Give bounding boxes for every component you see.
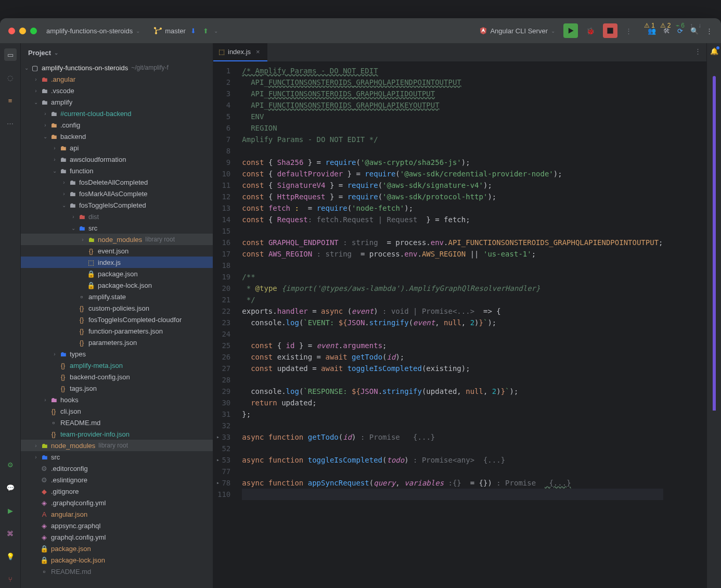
push-icon[interactable]: ⬆ bbox=[201, 26, 211, 35]
tree-node[interactable]: 🔒package-lock.json bbox=[21, 554, 213, 566]
tab-overflow-icon[interactable]: ⋮ bbox=[694, 47, 701, 55]
run-button[interactable] bbox=[563, 23, 578, 38]
tree-node[interactable]: ›🖿fosDeleteAllCompleted bbox=[21, 176, 213, 188]
tree-node[interactable]: ⌄🖿fosToggleIsCompleted bbox=[21, 199, 213, 211]
settings-gear-icon[interactable]: ⚙ bbox=[4, 458, 17, 471]
tree-node[interactable]: {}parameters.json bbox=[21, 337, 213, 348]
tree-node[interactable]: ▫amplify.state bbox=[21, 291, 213, 302]
tree-node[interactable]: ⌄🖿src bbox=[21, 222, 213, 234]
maximize-window[interactable] bbox=[30, 28, 37, 34]
more-icon[interactable]: ⋮ bbox=[624, 26, 633, 35]
update-icon[interactable]: ⬇ bbox=[189, 26, 198, 35]
project-name: amplify-functions-on-steroids bbox=[46, 27, 133, 35]
sidebar-title: Project bbox=[28, 49, 51, 57]
bulb-icon[interactable]: 💡 bbox=[4, 550, 17, 563]
tree-node[interactable]: 🔒package-lock.json bbox=[21, 279, 213, 291]
tree-node[interactable]: 🔒package.json bbox=[21, 268, 213, 279]
right-rail: 🔔 bbox=[706, 43, 721, 588]
tree-node[interactable]: ⬚index.js bbox=[21, 257, 213, 268]
tree-node[interactable]: ›🖿node_moduleslibrary root bbox=[21, 440, 213, 451]
chevron-down-icon: ⌄ bbox=[214, 28, 218, 34]
tree-node[interactable]: ◈appsync.graphql bbox=[21, 520, 213, 531]
tree-node[interactable]: {}team-provider-info.json bbox=[21, 428, 213, 440]
tree-node[interactable]: {}tags.json bbox=[21, 382, 213, 394]
tree-node[interactable]: 🔒package.json bbox=[21, 543, 213, 554]
code-content[interactable]: /* Amplify Params - DO NOT EDIT API_FUNC… bbox=[238, 62, 667, 588]
main-body: ▭ ◌ ≡ ⋯ ⚙ 💬 ▶ ⌘ 💡 ⑂ Project ⌄ ⌄▢amplify-… bbox=[0, 43, 721, 588]
close-window[interactable] bbox=[8, 28, 15, 34]
git-branch[interactable]: master ⬇ ⬆ ⌄ bbox=[153, 26, 218, 35]
editor-tab[interactable]: ⬚ index.js × bbox=[213, 43, 267, 61]
run-configuration[interactable]: Angular CLI Server ⌄ bbox=[480, 27, 555, 35]
left-rail: ▭ ◌ ≡ ⋯ ⚙ 💬 ▶ ⌘ 💡 ⑂ bbox=[0, 43, 21, 588]
tree-node[interactable]: ⚙.editorconfig bbox=[21, 463, 213, 474]
chevron-down-icon: ⌄ bbox=[54, 50, 58, 56]
tree-node[interactable]: ›🖿.config bbox=[21, 119, 213, 131]
tree-node[interactable]: {}cli.json bbox=[21, 405, 213, 417]
tree-node[interactable]: ⌄▢amplify-functions-on-steroids~/git/amp… bbox=[21, 62, 213, 73]
editor-tabs: ⬚ index.js × ⋮ bbox=[213, 43, 706, 62]
tree-node[interactable]: ›🖿.angular bbox=[21, 73, 213, 85]
tree-node[interactable]: {}custom-policies.json bbox=[21, 302, 213, 314]
tree-node[interactable]: ›🖿.vscode bbox=[21, 85, 213, 96]
tree-node[interactable]: ◈.graphqlconfig.yml bbox=[21, 497, 213, 508]
tree-node[interactable]: ›🖿src bbox=[21, 451, 213, 463]
svg-rect-0 bbox=[607, 28, 613, 33]
tree-node[interactable]: ◆.gitignore bbox=[21, 485, 213, 497]
commit-tool-icon[interactable]: ◌ bbox=[4, 71, 17, 84]
structure-tool-icon[interactable]: ≡ bbox=[4, 94, 17, 107]
project-dropdown[interactable]: amplify-functions-on-steroids ⌄ bbox=[43, 25, 143, 37]
tree-node[interactable]: {}amplify-meta.json bbox=[21, 360, 213, 371]
project-sidebar: Project ⌄ ⌄▢amplify-functions-on-steroid… bbox=[21, 43, 213, 588]
branch-name: master bbox=[165, 27, 186, 35]
tree-node[interactable]: ›🖿node_moduleslibrary root bbox=[21, 234, 213, 245]
settings-icon[interactable]: ⋮ bbox=[706, 27, 713, 35]
tree-node[interactable]: {}backend-config.json bbox=[21, 371, 213, 382]
tree-node[interactable]: ◈graphql.config.yml bbox=[21, 531, 213, 543]
notifications-icon[interactable]: 🔔 bbox=[710, 47, 718, 55]
sidebar-header[interactable]: Project ⌄ bbox=[21, 43, 213, 62]
tree-node[interactable]: {}event.json bbox=[21, 245, 213, 257]
tree-node[interactable]: ›🖿types bbox=[21, 348, 213, 360]
app-window: amplify-functions-on-steroids ⌄ master ⬇… bbox=[0, 18, 721, 588]
vcs-icon[interactable]: ⑂ bbox=[4, 573, 17, 585]
tree-node[interactable]: ⌄🖿backend bbox=[21, 131, 213, 142]
tree-node[interactable]: ›🖿#current-cloud-backend bbox=[21, 108, 213, 119]
traffic-lights bbox=[8, 28, 37, 34]
tab-name: index.js bbox=[228, 48, 251, 56]
titlebar: amplify-functions-on-steroids ⌄ master ⬇… bbox=[0, 18, 721, 43]
scrollbar-minimap[interactable] bbox=[713, 76, 716, 588]
tree-node[interactable]: {}function-parameters.json bbox=[21, 325, 213, 337]
debug-button[interactable]: 🐞 bbox=[586, 27, 595, 35]
angular-icon bbox=[480, 27, 487, 34]
tree-node[interactable]: ›🖿hooks bbox=[21, 394, 213, 405]
js-file-icon: ⬚ bbox=[218, 48, 225, 56]
editor: ⬚ index.js × ⋮ ⚠1 ⚠2 ⌁6 ↑ ↓ 123456789101… bbox=[213, 43, 706, 588]
tree-node[interactable]: ⌄🖿function bbox=[21, 165, 213, 176]
tree-node[interactable]: ⚙.eslintignore bbox=[21, 474, 213, 485]
tree-node[interactable]: ›🖿awscloudformation bbox=[21, 154, 213, 165]
chevron-down-icon: ⌄ bbox=[551, 28, 555, 34]
stop-button[interactable] bbox=[603, 23, 617, 38]
messages-icon[interactable]: 💬 bbox=[4, 481, 17, 494]
project-tool-icon[interactable]: ▭ bbox=[4, 48, 17, 61]
chevron-down-icon: ⌄ bbox=[136, 28, 140, 34]
tree-node[interactable]: ›🖿fosMarkAllAsComplete bbox=[21, 188, 213, 199]
run-icon[interactable]: ▶ bbox=[4, 504, 17, 517]
code-area[interactable]: 1234567891011121314151617181920212223242… bbox=[213, 62, 706, 588]
project-tree[interactable]: ⌄▢amplify-functions-on-steroids~/git/amp… bbox=[21, 62, 213, 588]
run-config-name: Angular CLI Server bbox=[490, 27, 548, 35]
line-gutter: 1234567891011121314151617181920212223242… bbox=[213, 62, 238, 588]
tree-node[interactable]: {}fosToggleIsCompleted-cloudfor bbox=[21, 314, 213, 325]
tree-node[interactable]: ▫README.md bbox=[21, 566, 213, 577]
tree-node[interactable]: ▫README.md bbox=[21, 417, 213, 428]
minimize-window[interactable] bbox=[19, 28, 26, 34]
terminal-icon[interactable]: ⌘ bbox=[4, 527, 17, 540]
more-tool-icon[interactable]: ⋯ bbox=[4, 117, 17, 130]
close-tab-icon[interactable]: × bbox=[254, 48, 262, 56]
tree-node[interactable]: ›🖿dist bbox=[21, 211, 213, 222]
branch-icon bbox=[153, 27, 162, 35]
tree-node[interactable]: ⌄🖿amplify bbox=[21, 96, 213, 108]
tree-node[interactable]: ›🖿api bbox=[21, 142, 213, 154]
tree-node[interactable]: Aangular.json bbox=[21, 508, 213, 520]
